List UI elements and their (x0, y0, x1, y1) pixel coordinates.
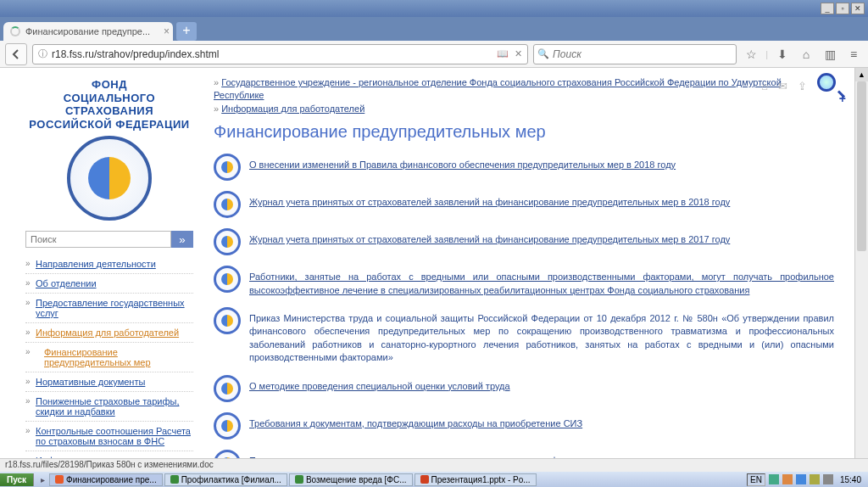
taskbar-item[interactable]: Презентация1.pptx - Po... (415, 473, 537, 486)
document-emblem-icon (214, 307, 241, 334)
scroll-thumb[interactable] (857, 81, 866, 251)
windows-taskbar: Пуск ▸ Финансирование пре...Профилактика… (0, 472, 868, 487)
document-emblem-icon (214, 412, 241, 439)
breadcrumb-level1[interactable]: Государственное учреждение - регионально… (214, 77, 782, 100)
page-tools: ⌂ ✉ ⇪ + (761, 73, 843, 98)
scroll-up-button[interactable]: ▲ (855, 68, 868, 81)
fss-emblem-icon (67, 136, 152, 221)
document-item: Журнал учета принятых от страхователей з… (214, 228, 834, 255)
browser-search-input[interactable] (553, 48, 732, 60)
app-icon (295, 475, 303, 484)
address-bar[interactable]: ⓘ 📖 ✕ (32, 44, 528, 64)
home-mini-icon[interactable]: ⌂ (761, 80, 768, 92)
tray-icon[interactable] (769, 474, 779, 484)
info-icon[interactable]: ⓘ (36, 48, 48, 60)
window-close-button[interactable]: ✕ (851, 3, 865, 14)
tab-close-button[interactable]: × (164, 25, 170, 37)
status-text: r18.fss.ru/files/28198/Приказ 580н с изм… (5, 460, 214, 469)
browser-toolbar: ⓘ 📖 ✕ 🔍 ☆ | ⬇ ⌂ ▥ ≡ (0, 41, 868, 68)
reader-mode-icon[interactable]: 📖 (497, 48, 509, 60)
tray-icon[interactable] (796, 474, 806, 484)
bookmark-icon[interactable]: ☆ (742, 45, 760, 64)
tray-icon[interactable] (810, 474, 820, 484)
document-text: Требования к документам, подтверждающим … (249, 412, 834, 430)
downloads-icon[interactable]: ⬇ (773, 45, 792, 64)
org-title-line2: СОЦИАЛЬНОГО СТРАХОВАНИЯ (25, 92, 193, 118)
sidebar-link[interactable]: Предоставление государственных услуг (36, 298, 185, 318)
loading-spinner-icon (10, 26, 20, 36)
document-link[interactable]: Требования к документам, подтверждающим … (249, 418, 582, 428)
back-button[interactable] (5, 43, 27, 65)
url-input[interactable] (52, 48, 493, 60)
document-text: О методике проведения специальной оценки… (249, 375, 834, 393)
site-search-button[interactable]: » (171, 231, 193, 248)
sidebar-nav: Направления деятельностиОб отделенииПред… (25, 255, 193, 472)
browser-status-bar: r18.fss.ru/files/28198/Приказ 580н с изм… (0, 458, 868, 472)
system-tray: EN 15:40 (743, 473, 868, 486)
document-emblem-icon (214, 191, 241, 218)
document-text: О внесении изменений в Правила финансово… (249, 154, 834, 171)
home-icon[interactable]: ⌂ (797, 45, 815, 64)
document-emblem-icon (214, 228, 241, 255)
clear-url-icon[interactable]: ✕ (512, 48, 524, 60)
document-link[interactable]: Журнал учета принятых от страхователей з… (249, 197, 730, 207)
sidebar-link[interactable]: Контрольные соотношения Расчета по страх… (36, 426, 191, 446)
start-button[interactable]: Пуск (0, 473, 34, 486)
browser-tab[interactable]: Финансирование предупре... × (3, 22, 173, 41)
sidebar-item[interactable]: Финансирование предупредительных мер (25, 343, 193, 372)
document-link[interactable]: О методике проведения специальной оценки… (249, 381, 510, 391)
page-content: ФОНД СОЦИАЛЬНОГО СТРАХОВАНИЯ РОССИЙСКОЙ … (0, 68, 868, 472)
tab-title: Финансирование предупре... (25, 26, 150, 36)
window-maximize-button[interactable]: ▫ (836, 3, 849, 14)
sidebar-link[interactable]: Финансирование предупредительных мер (44, 347, 151, 367)
app-icon (420, 475, 429, 484)
clock[interactable]: 15:40 (837, 475, 865, 484)
window-titlebar: _ ▫ ✕ (0, 0, 868, 17)
document-item: О внесении изменений в Правила финансово… (214, 154, 834, 181)
document-list: О внесении изменений в Правила финансово… (214, 154, 834, 472)
taskbar-item[interactable]: Возмещение вреда [ФС... (289, 473, 413, 486)
document-link[interactable]: Журнал учета принятых от страхователей з… (249, 234, 730, 244)
new-tab-button[interactable]: + (176, 22, 197, 41)
app-icon (170, 475, 179, 484)
browser-search-bar[interactable]: 🔍 (533, 44, 737, 64)
document-link[interactable]: Работники, занятые на работах с вредными… (249, 271, 834, 294)
sidebar-item[interactable]: Направления деятельности (25, 255, 193, 274)
sidebar-toggle-icon[interactable]: ▥ (821, 45, 839, 64)
arrow-left-icon (10, 48, 22, 60)
document-item: Приказ Министерства труда и социальной з… (214, 307, 834, 365)
search-icon: 🔍 (537, 48, 549, 60)
sidebar-item[interactable]: Об отделении (25, 274, 193, 294)
document-emblem-icon (214, 375, 241, 402)
mail-icon[interactable]: ✉ (778, 80, 787, 92)
scrollbar[interactable]: ▲ ▼ (854, 68, 868, 472)
sidebar-link[interactable]: Пониженные страховые тарифы, скидки и на… (36, 396, 179, 417)
taskbar-item[interactable]: Профилактика [Филиал... (164, 473, 287, 486)
share-icon[interactable]: ⇪ (798, 80, 807, 92)
zoom-in-icon[interactable]: + (817, 73, 843, 98)
sidebar-link[interactable]: Направления деятельности (36, 259, 156, 269)
document-link[interactable]: О внесении изменений в Правила финансово… (249, 160, 676, 170)
sidebar-item[interactable]: Пониженные страховые тарифы, скидки и на… (25, 392, 193, 422)
document-text: Журнал учета принятых от страхователей з… (249, 228, 834, 246)
site-search: » (25, 231, 193, 248)
app-icon (55, 475, 64, 484)
sidebar-link[interactable]: Информация для работодателей (36, 327, 179, 338)
document-item: Журнал учета принятых от страхователей з… (214, 191, 834, 218)
language-indicator[interactable]: EN (747, 473, 765, 486)
main-content: ⌂ ✉ ⇪ + Государственное учреждение - рег… (202, 68, 868, 472)
sidebar-item[interactable]: Предоставление государственных услуг (25, 294, 193, 323)
sidebar-item[interactable]: Нормативные документы (25, 372, 193, 392)
site-logo-block: ФОНД СОЦИАЛЬНОГО СТРАХОВАНИЯ РОССИЙСКОЙ … (25, 78, 193, 221)
taskbar-item[interactable]: Финансирование пре... (49, 473, 163, 486)
tray-icon[interactable] (782, 474, 793, 484)
site-search-input[interactable] (25, 231, 171, 248)
breadcrumb-level2[interactable]: Информация для работодателей (221, 104, 364, 114)
sidebar-link[interactable]: Об отделении (36, 278, 97, 288)
window-minimize-button[interactable]: _ (821, 3, 834, 14)
menu-icon[interactable]: ≡ (844, 45, 863, 64)
tray-icon[interactable] (823, 474, 833, 484)
sidebar-item[interactable]: Информация для работодателей (25, 323, 193, 343)
sidebar-item[interactable]: Контрольные соотношения Расчета по страх… (25, 422, 193, 451)
sidebar-link[interactable]: Нормативные документы (36, 377, 145, 387)
